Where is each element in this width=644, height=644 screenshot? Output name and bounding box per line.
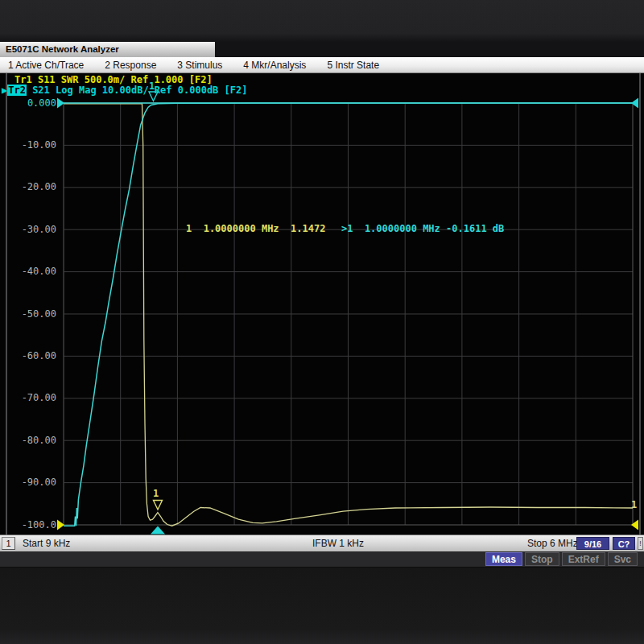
system-status-bar: MeasStopExtRefSvc — [0, 551, 644, 568]
marker1-trace1-number: 1 — [153, 488, 159, 499]
page-indicator-badge[interactable]: 9/16 — [576, 537, 609, 550]
trace1-right-end-number: 1 — [631, 499, 637, 510]
menu-item-3[interactable]: 3 Stimulus — [177, 60, 222, 71]
y-axis-label--20.00: -20.00 — [10, 182, 56, 192]
title-bar: E5071C Network Analyzer — [0, 42, 644, 57]
y-axis-label--30.00: -30.00 — [10, 225, 56, 235]
marker1-readout-tr2: >1 1.0000000 MHz -0.1611 dB — [341, 223, 504, 234]
measurement-screen — [0, 73, 644, 535]
window-title: E5071C Network Analyzer — [0, 42, 215, 57]
menu-item-5[interactable]: 5 Instr State — [327, 60, 379, 71]
menu-item-2[interactable]: 2 Response — [105, 60, 156, 71]
trace1-params: S11 SWR 500.0m/ Ref 1.000 [F2] — [32, 74, 213, 85]
marker1-readout-tr1: 1 1.0000000 MHz 1.1472 — [186, 223, 325, 234]
trace2-info[interactable]: ▶Tr2 S21 Log Mag 10.00dB/ Ref 0.000dB [F… — [2, 85, 247, 96]
ifbw-label: IFBW 1 kHz — [312, 538, 364, 549]
channel-indicator: 1 — [2, 537, 15, 550]
cal-status-badge[interactable]: C? — [613, 537, 635, 550]
y-axis-label--50.00: -50.00 — [10, 309, 56, 320]
menu-bar: 1 Active Ch/Trace2 Response3 Stimulus4 M… — [0, 57, 644, 73]
system-button-svc[interactable]: Svc — [608, 552, 638, 566]
y-axis-label--10.00: -10.00 — [10, 140, 56, 151]
y-axis-label--60.00: -60.00 — [10, 351, 56, 361]
system-status-buttons: MeasStopExtRefSvc — [485, 552, 638, 566]
trace2-params: S21 Log Mag 10.00dB/ Ref 0.000dB [F2] — [27, 85, 248, 96]
y-axis-label--90.00: -90.00 — [10, 477, 56, 488]
system-button-meas[interactable]: Meas — [485, 552, 522, 566]
system-button-stop[interactable]: Stop — [525, 552, 559, 566]
sweep-stop-label: Stop 6 MHz — [527, 538, 578, 549]
system-button-extref[interactable]: ExtRef — [562, 552, 605, 566]
frame-edge-right — [639, 73, 641, 551]
trace1-label: Tr1 — [14, 74, 32, 85]
trace2-label: Tr2 — [7, 85, 27, 96]
menu-item-4[interactable]: 4 Mkr/Analysis — [243, 60, 306, 71]
menu-item-1[interactable]: 1 Active Ch/Trace — [8, 60, 84, 71]
bottom-dark-area: KB () — [0, 568, 644, 644]
y-axis-label--70.00: -70.00 — [10, 393, 56, 403]
y-axis-label--80.00: -80.00 — [10, 436, 56, 446]
frame-edge-left — [6, 73, 7, 551]
marker1-top-number: 1 — [149, 80, 155, 92]
status-edge-indicator: ! — [638, 537, 643, 550]
y-axis-label-0.000: 0.000 — [10, 98, 56, 109]
trace1-info[interactable]: Tr1 S11 SWR 500.0m/ Ref 1.000 [F2] — [14, 74, 213, 85]
y-axis-label--40.00: -40.00 — [10, 266, 56, 277]
sweep-start-label: Start 9 kHz — [23, 538, 70, 549]
desktop-background — [0, 0, 644, 42]
status-bar: 1 Start 9 kHz IFBW 1 kHz Stop 6 MHz 9/16… — [0, 535, 644, 551]
e5071c-screen: E5071C Network Analyzer 1 Active Ch/Trac… — [0, 0, 644, 644]
y-axis-label--100.0: -100.0 — [10, 520, 56, 530]
